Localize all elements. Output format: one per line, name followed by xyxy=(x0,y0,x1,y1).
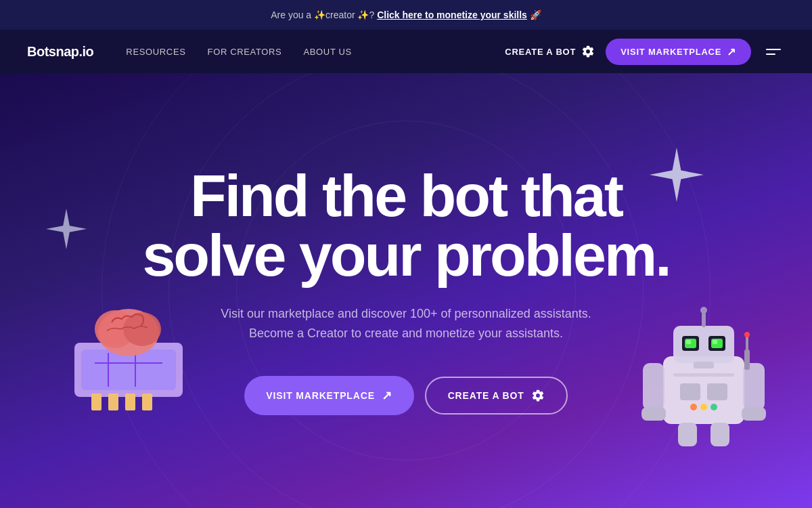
hero-create-label: CREATE A BOT xyxy=(448,390,524,401)
hero-visit-marketplace-button[interactable]: VISIT MARKETPLACE ↗ xyxy=(244,376,413,415)
svg-point-28 xyxy=(690,404,697,410)
hero-gear-icon xyxy=(531,389,545,402)
logo[interactable]: Botsnap.io xyxy=(27,44,93,60)
svg-rect-26 xyxy=(680,383,700,400)
arrow-up-right-icon: ↗ xyxy=(727,45,736,58)
svg-point-39 xyxy=(744,332,750,337)
svg-point-17 xyxy=(700,307,707,314)
hero-subtitle-line2: Become a Creator to create and monetize … xyxy=(249,326,563,340)
hamburger-line-1 xyxy=(766,49,781,50)
hamburger-line-2 xyxy=(766,54,775,55)
svg-rect-32 xyxy=(743,363,765,410)
svg-rect-9 xyxy=(125,394,135,410)
hero-section: Find the bot that solve your problem. Vi… xyxy=(0,73,812,508)
svg-rect-34 xyxy=(742,407,766,421)
svg-rect-24 xyxy=(694,362,714,368)
svg-rect-7 xyxy=(91,394,102,410)
svg-rect-23 xyxy=(713,340,717,344)
nav-visit-marketplace-button[interactable]: VISIT MARKETPLACE ↗ xyxy=(606,39,751,65)
svg-rect-36 xyxy=(710,423,729,446)
hero-buttons: VISIT MARKETPLACE ↗ CREATE A BOT xyxy=(244,376,567,415)
hamburger-menu[interactable] xyxy=(762,45,785,59)
hero-title-line1: Find the bot that xyxy=(190,162,622,229)
nav-right: CREATE A BOT VISIT MARKETPLACE ↗ xyxy=(505,39,785,65)
hero-subtitle-line1: Visit our marketplace and discover 100+ … xyxy=(221,307,591,320)
navbar: Botsnap.io RESOURCES FOR CREATORS ABOUT … xyxy=(0,30,812,73)
banner-prefix: Are you a ✨creator ✨? xyxy=(271,9,374,20)
top-banner: Are you a ✨creator ✨? Click here to mone… xyxy=(0,0,812,30)
hero-marketplace-label: VISIT MARKETPLACE xyxy=(266,390,375,401)
banner-suffix: 🚀 xyxy=(530,9,541,20)
nav-for-creators[interactable]: FOR CREATORS xyxy=(208,47,282,57)
hero-content: Find the bot that solve your problem. Vi… xyxy=(142,166,669,415)
hero-arrow-icon: ↗ xyxy=(382,388,392,403)
svg-rect-27 xyxy=(707,383,727,400)
nav-about-us[interactable]: ABOUT US xyxy=(303,47,351,57)
gear-icon xyxy=(581,45,595,58)
nav-create-bot-label: CREATE A BOT xyxy=(505,47,576,57)
svg-marker-0 xyxy=(46,209,87,249)
nav-visit-marketplace-label: VISIT MARKETPLACE xyxy=(621,47,721,57)
hero-title: Find the bot that solve your problem. xyxy=(142,166,669,285)
svg-rect-35 xyxy=(678,423,697,446)
svg-rect-22 xyxy=(686,340,691,344)
svg-point-29 xyxy=(700,404,707,410)
svg-point-30 xyxy=(710,404,717,410)
hero-title-line2: solve your problem. xyxy=(142,221,669,289)
hero-subtitle: Visit our marketplace and discover 100+ … xyxy=(221,304,591,343)
nav-links: RESOURCES FOR CREATORS ABOUT US xyxy=(126,47,505,57)
svg-rect-25 xyxy=(673,373,734,377)
nav-resources[interactable]: RESOURCES xyxy=(126,47,185,57)
banner-link[interactable]: Click here to monetize your skills xyxy=(377,9,527,20)
svg-rect-38 xyxy=(746,336,748,351)
nav-create-bot-button[interactable]: CREATE A BOT xyxy=(505,45,595,58)
svg-rect-8 xyxy=(108,394,118,410)
sparkle-left xyxy=(46,209,87,249)
svg-rect-16 xyxy=(702,312,706,327)
hero-create-bot-button[interactable]: CREATE A BOT xyxy=(425,377,568,415)
svg-rect-37 xyxy=(744,350,750,370)
